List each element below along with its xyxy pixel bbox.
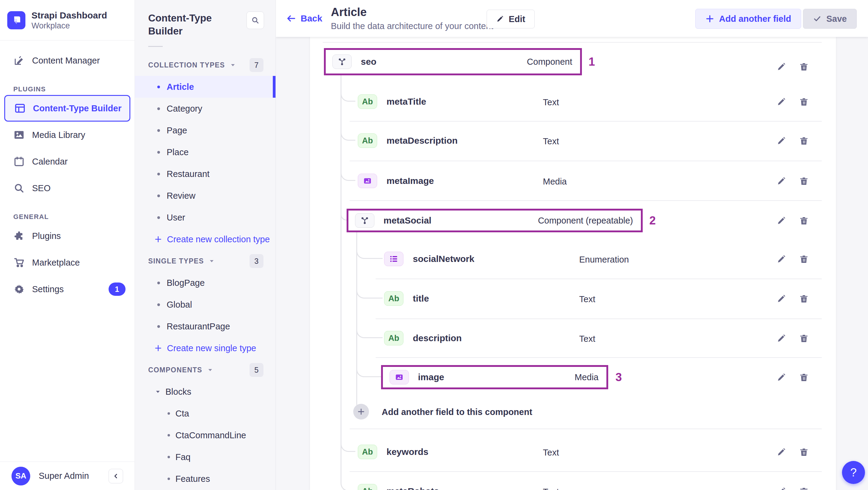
edit-field-button[interactable]	[775, 134, 787, 147]
field-type: Text	[543, 448, 559, 458]
text-field-icon-label: Ab	[362, 487, 373, 490]
trash-icon	[799, 294, 809, 304]
single-types-header[interactable]: SINGLE TYPES 3	[135, 250, 276, 272]
edit-field-button[interactable]	[775, 61, 787, 73]
collapse-sidebar-button[interactable]	[108, 469, 123, 483]
caret-down-icon	[155, 389, 161, 395]
delete-field-button[interactable]	[798, 134, 810, 147]
delete-field-button[interactable]	[798, 293, 810, 305]
text-field-icon: Ab	[358, 484, 377, 490]
edit-field-button[interactable]	[775, 485, 787, 490]
subnav-item-blogpage[interactable]: BlogPage	[135, 272, 276, 294]
sidebar-item-marketplace[interactable]: Marketplace	[4, 249, 130, 276]
edit-field-button[interactable]	[775, 214, 787, 227]
pencil-icon	[776, 216, 786, 226]
subnav-item-features[interactable]: Features	[135, 468, 276, 490]
sidebar-item-label: Marketplace	[32, 258, 80, 268]
highlight-box-seo: seo Component	[324, 48, 582, 75]
subnav-item-faq[interactable]: Faq	[135, 446, 276, 468]
puzzle-icon	[13, 230, 25, 242]
avatar[interactable]: SA	[11, 467, 30, 486]
subnav-item-category[interactable]: Category	[135, 98, 276, 120]
plus-icon	[705, 14, 714, 23]
fields-panel: seo Component 1 Ab metaTitle Text Ab met…	[310, 37, 836, 490]
create-link-label: Create new collection type	[167, 235, 270, 244]
bullet-icon	[157, 303, 160, 306]
workspace-header[interactable]: Strapi Dashboard Workplace	[0, 0, 134, 40]
save-button[interactable]: Save	[803, 9, 857, 29]
subnav-item-label: Faq	[176, 452, 190, 462]
edit-field-button[interactable]	[775, 371, 787, 384]
subnav-item-global[interactable]: Global	[135, 294, 276, 315]
edit-field-button[interactable]	[775, 293, 787, 305]
subnav-item-user[interactable]: User	[135, 207, 276, 228]
subnav-item-review[interactable]: Review	[135, 185, 276, 207]
sidebar-item-content-manager[interactable]: Content Manager	[4, 47, 130, 74]
field-name: description	[413, 333, 462, 343]
sidebar-item-label: Content Manager	[32, 56, 100, 66]
chevron-left-icon	[112, 472, 120, 480]
delete-field-button[interactable]	[798, 446, 810, 459]
annotation-number: 3	[616, 371, 622, 384]
component-field-icon	[332, 55, 352, 69]
field-row-image: image Media 3	[310, 358, 836, 397]
bullet-icon	[157, 216, 160, 219]
search-button[interactable]	[247, 11, 264, 29]
delete-field-button[interactable]	[798, 332, 810, 345]
sidebar-item-media-library[interactable]: Media Library	[4, 122, 130, 148]
delete-field-button[interactable]	[798, 253, 810, 266]
delete-field-button[interactable]	[798, 175, 810, 187]
subnav-item-restaurant[interactable]: Restaurant	[135, 163, 276, 185]
trash-icon	[799, 447, 809, 457]
create-collection-type-link[interactable]: Create new collection type	[135, 228, 276, 250]
text-field-icon-label: Ab	[388, 294, 399, 303]
delete-field-button[interactable]	[798, 485, 810, 490]
component-group-blocks[interactable]: Blocks	[135, 381, 276, 403]
plus-circle-icon[interactable]	[353, 404, 369, 420]
cart-icon	[13, 257, 25, 268]
subnav-item-article[interactable]: Article	[135, 76, 276, 98]
components-header[interactable]: COMPONENTS 5	[135, 359, 276, 381]
delete-field-button[interactable]	[798, 96, 810, 108]
delete-field-button[interactable]	[798, 371, 810, 384]
annotation-number: 2	[649, 214, 656, 227]
edit-button[interactable]: Edit	[487, 10, 535, 28]
arrow-left-icon	[286, 13, 297, 24]
subnav-item-label: Cta	[176, 409, 189, 419]
caret-down-icon	[207, 367, 213, 373]
delete-field-button[interactable]	[798, 61, 810, 73]
search-icon	[13, 182, 25, 194]
edit-field-button[interactable]	[775, 446, 787, 459]
edit-field-button[interactable]	[775, 253, 787, 266]
sidebar-item-calendar[interactable]: Calendar	[4, 148, 130, 175]
edit-field-button[interactable]	[775, 332, 787, 345]
text-field-icon-label: Ab	[388, 334, 399, 343]
delete-field-button[interactable]	[798, 214, 810, 227]
subnav-item-cta[interactable]: Cta	[135, 403, 276, 424]
edit-field-button[interactable]	[775, 96, 787, 108]
page-title: Article	[331, 5, 493, 19]
sidebar-item-seo[interactable]: SEO	[4, 175, 130, 202]
subnav-item-page[interactable]: Page	[135, 120, 276, 141]
pencil-icon	[776, 254, 786, 264]
create-single-type-link[interactable]: Create new single type	[135, 337, 276, 359]
sidebar-item-settings[interactable]: Settings 1	[4, 276, 130, 303]
sidebar-item-plugins[interactable]: Plugins	[4, 223, 130, 249]
highlight-box-image: image Media	[381, 365, 608, 389]
subnav-item-ctacommandline[interactable]: CtaCommandLine	[135, 424, 276, 446]
field-type: Text	[579, 294, 595, 304]
field-type: Text	[579, 334, 595, 344]
image-icon	[13, 129, 25, 141]
create-link-label: Create new single type	[167, 343, 256, 353]
field-name: metaSocial	[383, 216, 431, 225]
sidebar-item-content-type-builder[interactable]: Content-Type Builder	[4, 95, 130, 122]
back-link[interactable]: Back	[283, 0, 326, 37]
subnav-item-place[interactable]: Place	[135, 141, 276, 163]
add-another-field-button[interactable]: Add another field	[695, 9, 801, 29]
pencil-icon	[776, 294, 786, 304]
edit-field-button[interactable]	[775, 175, 787, 187]
add-field-to-component-row[interactable]: Add another field to this component	[310, 392, 836, 431]
collection-types-header[interactable]: COLLECTION TYPES 7	[135, 54, 276, 76]
subnav-item-restaurantpage[interactable]: RestaurantPage	[135, 315, 276, 337]
help-button[interactable]: ?	[842, 461, 865, 484]
